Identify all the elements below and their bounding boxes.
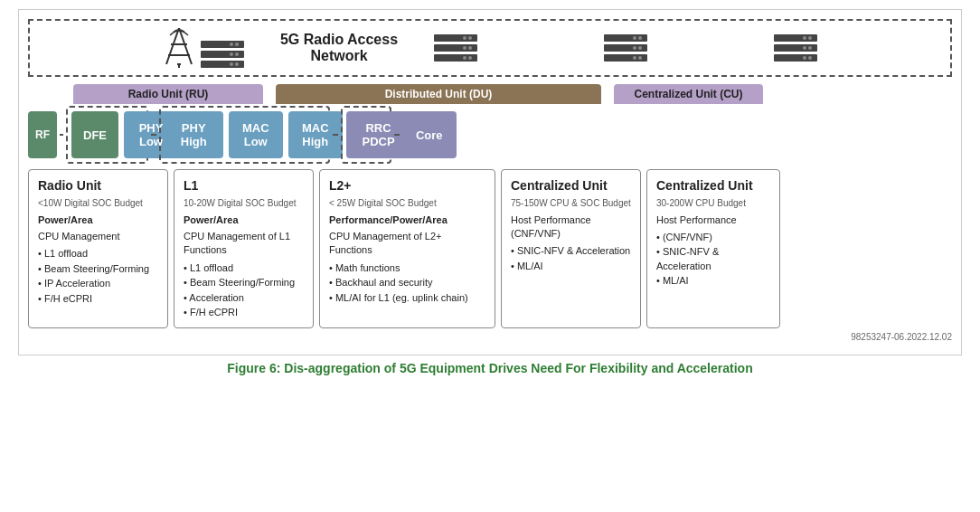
- info-l2-item-2: ML/AI for L1 (eg. uplink chain): [329, 291, 485, 305]
- info-l1-item-1: Beam Steering/Forming: [184, 276, 304, 289]
- tower-icon: [163, 28, 244, 68]
- cu-dashed-box: RRC PDCP: [341, 106, 391, 164]
- info-cu2-item-1: SNIC-NFV & Acceleration: [656, 245, 770, 273]
- info-cu1-title: Centralized Unit: [511, 177, 631, 195]
- connector-2: [151, 134, 156, 136]
- info-cu2-title: Centralized Unit: [656, 177, 770, 195]
- info-cu1-mgmt: Host Performance (CNF/VNF): [511, 213, 631, 242]
- block-mac-low: MAC Low: [229, 111, 283, 158]
- block-dfe: DFE: [71, 111, 118, 158]
- info-cu2-mgmt: Host Performance: [656, 213, 770, 227]
- info-cu2-item-0: (CNF/VNF): [656, 231, 770, 244]
- connector-1: [60, 134, 63, 136]
- block-rf: RF: [28, 111, 57, 158]
- network-title: 5G Radio Access Network: [280, 32, 398, 64]
- info-box-cu1: Centralized Unit 75-150W CPU & SOC Budge…: [501, 169, 641, 328]
- info-ru-focus: Power/Area: [38, 213, 158, 227]
- info-box-l1: L1 10-20W Digital SOC Budget Power/Area …: [174, 169, 314, 328]
- info-cu2-subtitle: 30-200W CPU Budget: [656, 197, 770, 210]
- info-ru-item-0: L1 offload: [38, 247, 158, 261]
- info-l1-focus: Power/Area: [184, 213, 304, 227]
- info-row: Radio Unit <10W Digital SOC Budget Power…: [28, 169, 952, 328]
- network-row: 5G Radio Access Network: [28, 19, 952, 77]
- info-l1-mgmt: CPU Management of L1 Functions: [184, 230, 304, 258]
- figure-caption: Figure 6: Dis-aggregation of 5G Equipmen…: [18, 361, 962, 375]
- info-cu1-item-1: ML/AI: [511, 260, 631, 273]
- block-rrc-pdcp: RRC PDCP: [346, 111, 411, 158]
- connector-4: [394, 134, 400, 136]
- du-dashed-box: PHY High MAC Low MAC High RLC: [159, 106, 330, 164]
- info-box-cu2: Centralized Unit 30-200W CPU Budget Host…: [646, 169, 780, 328]
- info-l2-focus: Performance/Power/Area: [329, 213, 485, 227]
- info-l1-item-2: Acceleration: [184, 291, 304, 305]
- info-ru-subtitle: <10W Digital SOC Budget: [38, 197, 158, 210]
- info-ru-item-3: F/H eCPRI: [38, 292, 158, 306]
- info-ru-item-1: Beam Steering/Forming: [38, 262, 158, 276]
- blocks-row: RF DFE PHY Low PHY High MAC Low MAC High…: [28, 106, 952, 164]
- ru-dashed-box: DFE PHY Low: [66, 106, 148, 164]
- figure-id: 98253247-06.2022.12.02: [28, 332, 952, 342]
- info-l2-item-0: Math functions: [329, 261, 485, 275]
- info-l2-item-1: Backhaul and security: [329, 276, 485, 289]
- block-phy-high: PHY High: [165, 111, 223, 158]
- unit-cu-label: Centralized Unit (CU): [614, 84, 763, 104]
- info-l1-item-0: L1 offload: [184, 261, 304, 275]
- info-l2-subtitle: < 25W Digital SOC Budget: [329, 197, 485, 210]
- info-ru-title: Radio Unit: [38, 177, 158, 195]
- connector-3: [333, 134, 338, 136]
- info-cu2-item-2: ML/AI: [656, 274, 770, 288]
- info-box-radio-unit: Radio Unit <10W Digital SOC Budget Power…: [28, 169, 168, 328]
- info-cu1-subtitle: 75-150W CPU & SOC Budget: [511, 197, 631, 210]
- info-l1-title: L1: [184, 177, 304, 195]
- server-stack-mid: [434, 34, 477, 62]
- info-ru-mgmt: CPU Management: [38, 230, 158, 243]
- unit-du-label: Distributed Unit (DU): [276, 84, 601, 104]
- info-ru-item-2: IP Acceleration: [38, 277, 158, 290]
- server-stack-right: [604, 34, 647, 62]
- info-box-l2: L2+ < 25W Digital SOC Budget Performance…: [319, 169, 495, 328]
- info-l1-item-3: F/H eCPRI: [184, 306, 304, 319]
- info-l2-title: L2+: [329, 177, 485, 195]
- diagram-container: 5G Radio Access Network Radio Unit (RU) …: [18, 9, 962, 356]
- block-core: Core: [402, 111, 457, 158]
- info-l1-subtitle: 10-20W Digital SOC Budget: [184, 197, 304, 210]
- server-stack-left: [201, 41, 244, 68]
- server-stack-far-right: [774, 34, 817, 62]
- info-l2-mgmt: CPU Management of L2+ Functions: [329, 230, 485, 258]
- unit-ru-label: Radio Unit (RU): [73, 84, 263, 104]
- info-cu1-item-0: SNIC-NFV & Acceleration: [511, 244, 631, 258]
